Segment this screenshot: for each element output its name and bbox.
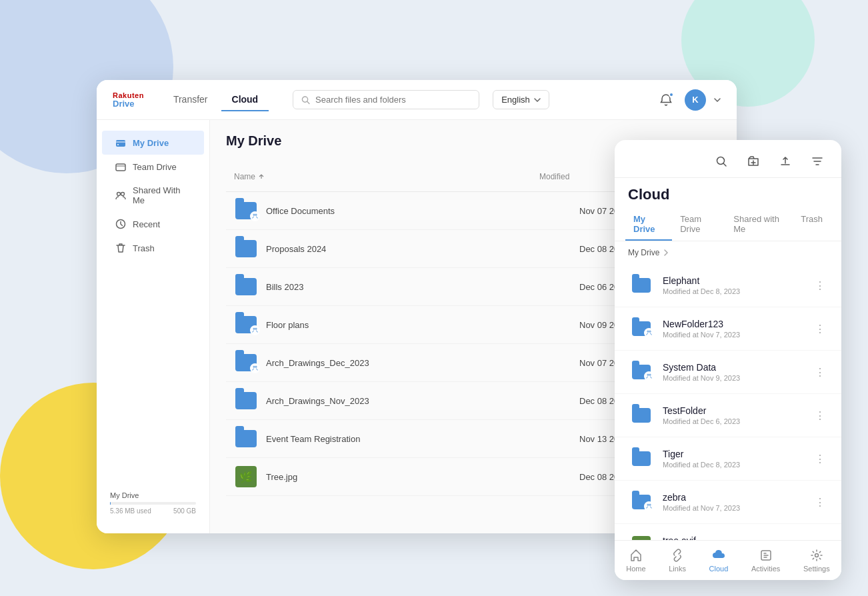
svg-point-31 <box>649 374 651 375</box>
team-drive-icon <box>115 161 126 172</box>
file-name: Floor plans <box>266 320 579 330</box>
file-name: Arch_Drawings_Dec_2023 <box>266 358 579 368</box>
nav-cloud[interactable]: Cloud <box>699 545 739 575</box>
panel-tab-trash[interactable]: Trash <box>793 209 831 241</box>
panel-more-button[interactable]: ⋮ <box>812 494 828 510</box>
panel-filter-button[interactable] <box>807 151 828 172</box>
my-drive-icon <box>115 137 126 148</box>
nav-tab-cloud[interactable]: Cloud <box>221 89 269 111</box>
panel-tab-team-drive[interactable]: Team Drive <box>672 209 725 241</box>
panel-title: Cloud <box>615 178 841 209</box>
settings-icon <box>809 548 824 563</box>
sidebar-item-trash[interactable]: Trash <box>102 236 204 260</box>
svg-point-35 <box>815 554 818 557</box>
svg-point-19 <box>253 366 255 367</box>
panel-file-name: zebra <box>663 492 812 503</box>
chevron-down-icon <box>534 98 541 102</box>
sidebar-label-shared: Shared With Me <box>133 185 191 205</box>
panel-list-item[interactable]: Elephant Modified at Dec 8, 2023 ⋮ <box>615 264 841 307</box>
panel-more-button[interactable]: ⋮ <box>812 321 828 337</box>
search-icon <box>301 95 310 105</box>
panel-list-item[interactable]: Tiger Modified at Dec 8, 2023 ⋮ <box>615 437 841 481</box>
panel-search-button[interactable] <box>711 151 732 172</box>
panel-list-item[interactable]: NewFolder123 Modified at Nov 7, 2023 ⋮ <box>615 307 841 351</box>
panel-file-icon <box>628 272 655 299</box>
panel-upload-button[interactable] <box>775 151 796 172</box>
panel-more-button[interactable]: ⋮ <box>812 277 828 293</box>
svg-rect-4 <box>116 164 125 171</box>
panel-file-icon <box>628 489 655 515</box>
svg-point-18 <box>255 328 257 329</box>
file-name: Proposals 2024 <box>266 244 579 254</box>
svg-point-20 <box>255 366 257 367</box>
activities-icon <box>759 548 773 563</box>
panel-new-folder-button[interactable] <box>743 151 764 172</box>
bottom-nav: Home Links Cloud <box>615 540 841 580</box>
sidebar-item-shared[interactable]: Shared With Me <box>102 179 204 212</box>
svg-point-16 <box>255 214 257 215</box>
file-icon <box>234 389 258 413</box>
panel-header <box>615 140 841 178</box>
panel-tab-my-drive[interactable]: My Drive <box>625 209 672 241</box>
panel-file-info: Elephant Modified at Dec 8, 2023 <box>663 275 812 295</box>
panel-more-button[interactable]: ⋮ <box>812 451 828 467</box>
sidebar-item-recent[interactable]: Recent <box>102 212 204 236</box>
panel-more-button[interactable]: ⋮ <box>812 364 828 380</box>
svg-point-29 <box>649 331 651 332</box>
search-input[interactable] <box>315 95 471 105</box>
nav-activities[interactable]: Activities <box>741 545 791 575</box>
panel-file-icon <box>628 315 655 342</box>
panel-list-item[interactable]: zebra Modified at Nov 7, 2023 ⋮ <box>615 481 841 524</box>
file-name: Event Team Registration <box>266 434 579 444</box>
panel-file-info: Tiger Modified at Dec 8, 2023 <box>663 449 812 469</box>
file-name: Tree.jpg <box>266 472 579 482</box>
new-folder-icon <box>747 155 759 167</box>
svg-point-5 <box>117 193 121 196</box>
shared-icon <box>115 190 126 201</box>
home-icon <box>629 548 643 563</box>
sidebar-item-team-drive[interactable]: Team Drive <box>102 155 204 179</box>
search-bar[interactable] <box>293 90 479 109</box>
recent-icon <box>115 219 126 229</box>
nav-tab-transfer[interactable]: Transfer <box>163 89 219 111</box>
svg-point-32 <box>647 504 649 505</box>
nav-home-label: Home <box>626 565 645 573</box>
nav-links[interactable]: Links <box>658 545 697 575</box>
nav-settings[interactable]: Settings <box>793 545 841 575</box>
language-selector[interactable]: English <box>493 90 549 109</box>
panel-list-item[interactable]: System Data Modified at Nov 9, 2023 ⋮ <box>615 351 841 394</box>
panel-tabs: My Drive Team Drive Shared with Me Trash <box>615 209 841 241</box>
notification-button[interactable] <box>655 89 677 111</box>
nav-home[interactable]: Home <box>615 545 656 575</box>
trash-icon <box>115 243 126 253</box>
sidebar-label-my-drive: My Drive <box>133 138 169 148</box>
col-name-header: Name <box>234 172 539 181</box>
svg-point-15 <box>253 214 255 215</box>
sidebar-item-my-drive[interactable]: My Drive <box>102 131 204 155</box>
nav-settings-label: Settings <box>803 565 830 573</box>
storage-text: 5.36 MB used 500 GB <box>110 507 196 515</box>
app-logo: Rakuten Drive <box>113 92 144 108</box>
sidebar-label-team-drive: Team Drive <box>133 162 177 172</box>
notification-dot <box>669 92 674 97</box>
panel-list-item[interactable]: TestFolder Modified at Dec 6, 2023 ⋮ <box>615 394 841 437</box>
storage-bar-fill <box>110 502 111 505</box>
svg-rect-2 <box>116 140 125 147</box>
filter-icon <box>811 155 823 167</box>
panel-tab-shared[interactable]: Shared with Me <box>725 209 793 241</box>
svg-point-17 <box>253 328 255 329</box>
svg-point-30 <box>647 374 649 375</box>
panel-file-date: Modified at Nov 7, 2023 <box>663 331 812 339</box>
cloud-icon <box>711 548 726 563</box>
file-name: Bills 2023 <box>266 282 579 292</box>
panel-file-date: Modified at Nov 9, 2023 <box>663 374 812 382</box>
storage-label: My Drive <box>110 491 196 499</box>
file-icon: 🌿 <box>234 465 258 489</box>
file-name: Office Documents <box>266 206 579 216</box>
col-modified-header: Modified <box>539 172 619 181</box>
panel-breadcrumb: My Drive <box>615 241 841 264</box>
panel-file-date: Modified at Dec 8, 2023 <box>663 287 812 295</box>
svg-line-22 <box>723 163 726 166</box>
panel-more-button[interactable]: ⋮ <box>812 407 828 423</box>
avatar[interactable]: K <box>685 89 706 111</box>
